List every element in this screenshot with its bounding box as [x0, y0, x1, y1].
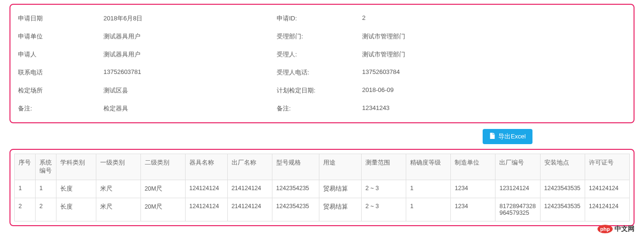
- info-row: 备注: 检定器具 备注: 12341243: [18, 104, 626, 113]
- cell-range: 2 ~ 3: [362, 198, 406, 221]
- th-loc: 安装地点: [540, 154, 585, 180]
- export-row: 导出Excel: [9, 129, 635, 144]
- label-accept-dept: 受理部门:: [277, 32, 362, 41]
- cell-sys: 2: [35, 198, 56, 221]
- cell-manu: 1234: [451, 180, 495, 198]
- table-row: 11长度米尺20M尺1241241242141241241242354235贸易…: [15, 180, 630, 198]
- cell-acc: 1: [406, 180, 451, 198]
- cell-name: 124124124: [185, 198, 227, 221]
- label-location: 检定场所: [18, 86, 103, 95]
- cell-loc: 12423543535: [540, 180, 585, 198]
- label-phone: 联系电话: [18, 68, 103, 77]
- cell-l2: 20M尺: [140, 198, 185, 221]
- info-row: 申请单位 测试器具用户 受理部门: 测试市管理部门: [18, 32, 626, 41]
- label-applicant: 申请人: [18, 50, 103, 59]
- label-apply-date: 申请日期: [18, 14, 103, 23]
- cell-loc: 12423543535: [540, 198, 585, 221]
- cell-seq: 1: [15, 180, 36, 198]
- cell-manu: 1234: [451, 198, 495, 221]
- th-fname: 出厂名称: [227, 154, 272, 180]
- cell-sys: 1: [35, 180, 56, 198]
- watermark: php 中文网: [597, 225, 635, 230]
- data-table-panel: 序号 系统编号 学科类别 一级类别 二级类别 器具名称 出厂名称 型号规格 用途…: [9, 149, 635, 226]
- th-l2: 二级类别: [140, 154, 185, 180]
- value-plan-date: 2018-06-09: [362, 86, 535, 95]
- th-manu: 制造单位: [451, 154, 495, 180]
- cell-fname: 214124124: [227, 180, 272, 198]
- label-plan-date: 计划检定日期:: [277, 86, 362, 95]
- th-model: 型号规格: [272, 154, 319, 180]
- cell-lic: 124124124: [585, 180, 629, 198]
- th-sci: 学科类别: [56, 154, 96, 180]
- watermark-text: 中文网: [615, 225, 635, 230]
- th-sys: 系统编号: [35, 154, 56, 180]
- cell-lic: 124124124: [585, 198, 629, 221]
- cell-seq: 2: [15, 198, 36, 221]
- cell-l1: 米尺: [96, 180, 140, 198]
- cell-l2: 20M尺: [140, 180, 185, 198]
- label-apply-org: 申请单位: [18, 32, 103, 41]
- file-icon: [489, 133, 495, 140]
- th-fno: 出厂编号: [495, 154, 540, 180]
- label-apply-id: 申请ID:: [277, 14, 362, 23]
- value-acceptor: 测试市管理部门: [362, 50, 535, 59]
- cell-range: 2 ~ 3: [362, 180, 406, 198]
- th-lic: 许可证号: [585, 154, 629, 180]
- th-l1: 一级类别: [96, 154, 140, 180]
- th-seq: 序号: [15, 154, 36, 180]
- value-apply-date: 2018年6月8日: [103, 14, 277, 23]
- value-apply-id: 2: [362, 14, 535, 23]
- cell-fno: 123124124: [495, 180, 540, 198]
- label-remark1: 备注:: [18, 104, 103, 113]
- instrument-table: 序号 系统编号 学科类别 一级类别 二级类别 器具名称 出厂名称 型号规格 用途…: [14, 154, 630, 221]
- export-excel-button[interactable]: 导出Excel: [483, 129, 532, 144]
- cell-model: 1242354235: [272, 198, 319, 221]
- cell-acc: 1: [406, 198, 451, 221]
- value-location: 测试区县: [103, 86, 277, 95]
- export-label: 导出Excel: [498, 132, 526, 141]
- cell-sci: 长度: [56, 198, 96, 221]
- cell-use: 贸易结算: [319, 180, 362, 198]
- php-badge: php: [597, 225, 613, 230]
- application-info-panel: 申请日期 2018年6月8日 申请ID: 2 申请单位 测试器具用户 受理部门:…: [9, 4, 635, 123]
- th-range: 测量范围: [362, 154, 406, 180]
- label-acceptor-phone: 受理人电话:: [277, 68, 362, 77]
- value-apply-org: 测试器具用户: [103, 32, 277, 41]
- label-remark2: 备注:: [277, 104, 362, 113]
- info-row: 申请人 测试器具用户 受理人: 测试市管理部门: [18, 50, 626, 59]
- cell-l1: 米尺: [96, 198, 140, 221]
- cell-fno: 81728947328964579325: [495, 198, 540, 221]
- cell-sci: 长度: [56, 180, 96, 198]
- value-accept-dept: 测试市管理部门: [362, 32, 535, 41]
- value-acceptor-phone: 13752603784: [362, 68, 535, 77]
- th-acc: 精确度等级: [406, 154, 451, 180]
- value-remark1: 检定器具: [103, 104, 277, 113]
- cell-use: 贸易结算: [319, 198, 362, 221]
- info-row: 申请日期 2018年6月8日 申请ID: 2: [18, 14, 626, 23]
- cell-name: 124124124: [185, 180, 227, 198]
- table-row: 22长度米尺20M尺1241241242141241241242354235贸易…: [15, 198, 630, 221]
- info-row: 检定场所 测试区县 计划检定日期: 2018-06-09: [18, 86, 626, 95]
- value-remark2: 12341243: [362, 104, 535, 113]
- cell-model: 1242354235: [272, 180, 319, 198]
- th-name: 器具名称: [185, 154, 227, 180]
- value-applicant: 测试器具用户: [103, 50, 277, 59]
- info-row: 联系电话 13752603781 受理人电话: 13752603784: [18, 68, 626, 77]
- th-use: 用途: [319, 154, 362, 180]
- value-phone: 13752603781: [103, 68, 277, 77]
- cell-fname: 214124124: [227, 198, 272, 221]
- label-acceptor: 受理人:: [277, 50, 362, 59]
